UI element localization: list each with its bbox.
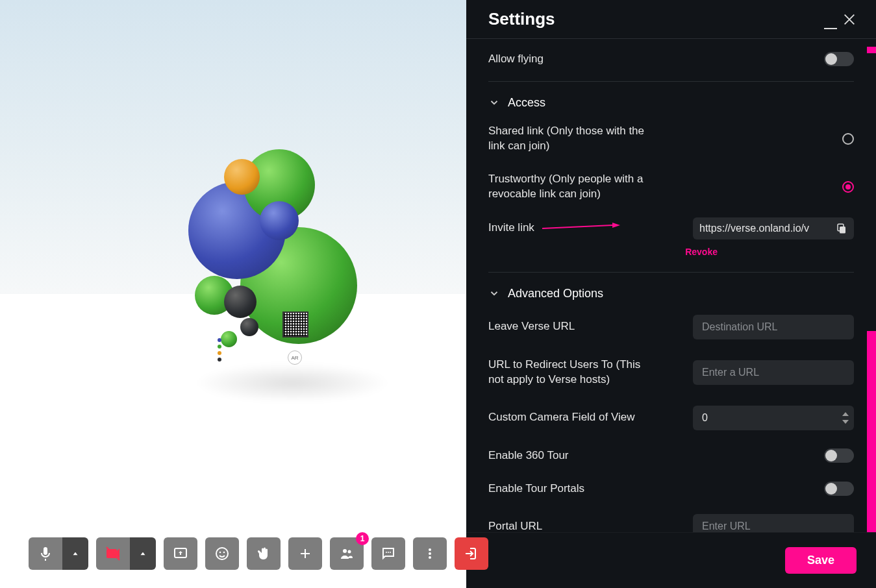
advanced-section-toggle[interactable]: Advanced Options bbox=[488, 278, 854, 306]
fov-stepper[interactable] bbox=[693, 406, 854, 430]
mic-button[interactable] bbox=[29, 537, 62, 570]
share-screen-button[interactable] bbox=[164, 537, 197, 570]
panel-title: Settings bbox=[488, 9, 555, 29]
enable-360-toggle[interactable] bbox=[824, 448, 854, 463]
sphere-dark-2 bbox=[240, 318, 258, 336]
allow-flying-row: Allow flying bbox=[488, 43, 854, 76]
svg-point-10 bbox=[219, 552, 221, 554]
portal-url-input[interactable] bbox=[693, 514, 854, 532]
scroll-up-arrow[interactable] bbox=[867, 47, 876, 53]
bottom-toolbar: 1 bbox=[29, 537, 488, 570]
divider bbox=[488, 81, 854, 82]
fov-step-down[interactable] bbox=[841, 416, 850, 423]
invite-link-row: Invite link https://verse.onland.io/v bbox=[488, 211, 854, 242]
sphere-blue-mid bbox=[260, 201, 299, 240]
sphere-shadow bbox=[195, 363, 390, 402]
people-icon bbox=[339, 546, 355, 561]
fov-input[interactable] bbox=[693, 406, 854, 430]
chat-button[interactable] bbox=[371, 537, 405, 570]
svg-point-19 bbox=[429, 556, 431, 559]
chevron-down-icon bbox=[488, 288, 500, 299]
plus-icon bbox=[297, 546, 313, 561]
divider bbox=[488, 272, 854, 273]
legend-item bbox=[218, 350, 223, 355]
trustworthy-label: Trustworthy (Only people with a revocabl… bbox=[488, 172, 657, 202]
close-icon[interactable] bbox=[842, 12, 857, 27]
settings-panel: Settings Allow flying Access Shared link… bbox=[466, 0, 876, 588]
chevron-down-icon bbox=[488, 97, 500, 108]
redirect-url-input[interactable] bbox=[693, 360, 854, 385]
people-badge: 1 bbox=[356, 532, 369, 545]
add-button[interactable] bbox=[288, 537, 322, 570]
panel-body: Allow flying Access Shared link (Only th… bbox=[466, 39, 876, 532]
chat-icon bbox=[381, 546, 396, 561]
access-section-toggle[interactable]: Access bbox=[488, 87, 854, 115]
legend-item bbox=[218, 357, 223, 361]
portal-url-label: Portal URL bbox=[488, 519, 542, 532]
sphere-dark bbox=[224, 286, 257, 318]
camera-group bbox=[96, 537, 156, 570]
enable-portals-row: Enable Tour Portals bbox=[488, 472, 854, 506]
panel-footer: Save bbox=[466, 532, 876, 588]
trustworthy-radio[interactable] bbox=[842, 181, 854, 193]
redirect-url-row: URL to Redirect Users To (This not apply… bbox=[488, 349, 854, 397]
copy-icon[interactable] bbox=[836, 223, 847, 234]
mic-group bbox=[29, 537, 88, 570]
svg-marker-6 bbox=[73, 552, 78, 556]
shared-link-radio[interactable] bbox=[842, 133, 854, 145]
svg-point-12 bbox=[343, 549, 347, 553]
enable-portals-label: Enable Tour Portals bbox=[488, 482, 584, 496]
portal-url-row: Portal URL bbox=[488, 505, 854, 532]
trustworthy-row: Trustworthy (Only people with a revocabl… bbox=[488, 163, 854, 211]
save-button[interactable]: Save bbox=[785, 547, 857, 574]
svg-point-11 bbox=[223, 552, 225, 554]
qr-code[interactable] bbox=[282, 312, 308, 337]
svg-line-0 bbox=[542, 225, 612, 228]
legend-item bbox=[218, 344, 223, 349]
access-section-title: Access bbox=[508, 96, 545, 110]
allow-flying-toggle[interactable] bbox=[824, 52, 854, 66]
ar-badge[interactable]: AR bbox=[288, 350, 302, 365]
shared-link-row: Shared link (Only those with the link ca… bbox=[488, 115, 854, 163]
svg-marker-5 bbox=[842, 420, 849, 424]
camera-options-button[interactable] bbox=[130, 537, 156, 570]
fov-step-up[interactable] bbox=[841, 408, 850, 415]
svg-marker-7 bbox=[141, 552, 145, 556]
sphere-orange bbox=[224, 159, 260, 195]
shared-link-label: Shared link (Only those with the link ca… bbox=[488, 124, 657, 154]
advanced-section-title: Advanced Options bbox=[508, 287, 603, 300]
annotation-arrow-icon bbox=[542, 222, 620, 235]
leave-button[interactable] bbox=[455, 537, 488, 570]
leave-url-input[interactable] bbox=[693, 315, 854, 339]
fov-row: Custom Camera Field of View bbox=[488, 397, 854, 439]
more-options-button[interactable] bbox=[413, 537, 447, 570]
exit-icon bbox=[464, 546, 479, 561]
invite-link-value[interactable]: https://verse.onland.io/v bbox=[699, 223, 836, 234]
camera-off-icon bbox=[105, 546, 121, 561]
enable-portals-toggle[interactable] bbox=[824, 482, 854, 496]
svg-point-15 bbox=[388, 552, 389, 553]
share-screen-icon bbox=[173, 546, 188, 561]
enable-360-row: Enable 360 Tour bbox=[488, 439, 854, 472]
raise-hand-button[interactable] bbox=[247, 537, 281, 570]
svg-rect-2 bbox=[840, 227, 845, 234]
redirect-url-label: URL to Redirect Users To (This not apply… bbox=[488, 358, 657, 387]
svg-point-14 bbox=[386, 552, 387, 553]
chevron-up-icon bbox=[71, 549, 80, 558]
people-button[interactable]: 1 bbox=[330, 537, 364, 570]
invite-link-field: https://verse.onland.io/v bbox=[693, 217, 854, 239]
revoke-row: Revoke bbox=[488, 242, 854, 267]
svg-point-17 bbox=[429, 548, 431, 551]
svg-point-18 bbox=[429, 552, 431, 555]
mic-options-button[interactable] bbox=[62, 537, 88, 570]
panel-header: Settings bbox=[466, 0, 876, 39]
revoke-link[interactable]: Revoke bbox=[685, 247, 718, 257]
camera-button[interactable] bbox=[96, 537, 130, 570]
enable-360-label: Enable 360 Tour bbox=[488, 448, 569, 463]
scroll-down-arrow[interactable] bbox=[867, 502, 876, 509]
invite-link-label: Invite link bbox=[488, 221, 534, 236]
viewport-3d[interactable]: AR bbox=[0, 0, 466, 588]
fov-label: Custom Camera Field of View bbox=[488, 410, 635, 425]
reactions-button[interactable] bbox=[205, 537, 239, 570]
svg-point-13 bbox=[348, 550, 351, 554]
